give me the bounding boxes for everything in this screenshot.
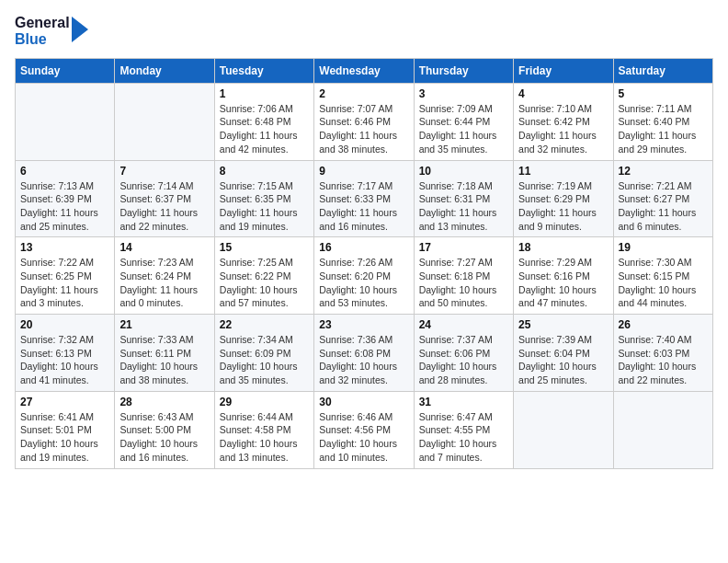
calendar-cell: 4Sunrise: 7:10 AM Sunset: 6:42 PM Daylig… [514, 83, 613, 160]
day-info: Sunrise: 7:13 AM Sunset: 6:39 PM Dayligh… [20, 179, 109, 234]
calendar-week-row: 6Sunrise: 7:13 AM Sunset: 6:39 PM Daylig… [16, 160, 713, 237]
day-info: Sunrise: 6:47 AM Sunset: 4:55 PM Dayligh… [419, 410, 508, 465]
day-info: Sunrise: 7:25 AM Sunset: 6:22 PM Dayligh… [220, 256, 309, 310]
day-number: 10 [419, 165, 508, 178]
day-info: Sunrise: 7:29 AM Sunset: 6:16 PM Dayligh… [518, 256, 608, 310]
logo: General Blue [15, 15, 88, 49]
day-number: 4 [518, 87, 608, 100]
calendar-cell [613, 391, 712, 468]
day-number: 27 [20, 396, 109, 408]
day-number: 2 [319, 87, 408, 100]
calendar-cell: 12Sunrise: 7:21 AM Sunset: 6:27 PM Dayli… [613, 160, 712, 237]
day-number: 17 [419, 241, 508, 254]
day-number: 13 [20, 241, 109, 254]
calendar-cell [16, 83, 115, 160]
day-info: Sunrise: 7:26 AM Sunset: 6:20 PM Dayligh… [319, 256, 408, 310]
calendar-cell: 30Sunrise: 6:46 AM Sunset: 4:56 PM Dayli… [314, 391, 414, 468]
calendar-cell: 22Sunrise: 7:34 AM Sunset: 6:09 PM Dayli… [214, 315, 313, 392]
calendar-cell: 17Sunrise: 7:27 AM Sunset: 6:18 PM Dayli… [414, 237, 513, 315]
day-info: Sunrise: 7:37 AM Sunset: 6:06 PM Dayligh… [419, 333, 508, 387]
calendar-week-row: 27Sunrise: 6:41 AM Sunset: 5:01 PM Dayli… [16, 391, 713, 468]
calendar-cell [514, 391, 613, 468]
day-info: Sunrise: 7:17 AM Sunset: 6:33 PM Dayligh… [319, 179, 408, 234]
day-info: Sunrise: 7:32 AM Sunset: 6:13 PM Dayligh… [20, 333, 109, 387]
calendar-cell: 21Sunrise: 7:33 AM Sunset: 6:11 PM Dayli… [115, 315, 214, 392]
weekday-header: Saturday [613, 58, 712, 83]
day-info: Sunrise: 6:41 AM Sunset: 5:01 PM Dayligh… [20, 410, 109, 465]
day-info: Sunrise: 6:43 AM Sunset: 5:00 PM Dayligh… [119, 410, 209, 465]
calendar-cell [115, 83, 214, 160]
day-number: 7 [119, 165, 209, 178]
day-info: Sunrise: 7:18 AM Sunset: 6:31 PM Dayligh… [419, 179, 508, 234]
day-number: 26 [619, 318, 708, 331]
day-info: Sunrise: 7:11 AM Sunset: 6:40 PM Dayligh… [619, 102, 708, 156]
day-info: Sunrise: 7:07 AM Sunset: 6:46 PM Dayligh… [319, 102, 408, 156]
page-header: General Blue [15, 15, 713, 49]
day-info: Sunrise: 7:19 AM Sunset: 6:29 PM Dayligh… [518, 179, 608, 234]
calendar-cell: 5Sunrise: 7:11 AM Sunset: 6:40 PM Daylig… [613, 83, 712, 160]
day-number: 23 [319, 318, 408, 331]
day-number: 8 [220, 165, 309, 178]
calendar-cell: 8Sunrise: 7:15 AM Sunset: 6:35 PM Daylig… [214, 160, 313, 237]
calendar-cell: 14Sunrise: 7:23 AM Sunset: 6:24 PM Dayli… [115, 237, 214, 315]
day-info: Sunrise: 7:10 AM Sunset: 6:42 PM Dayligh… [518, 102, 608, 156]
day-info: Sunrise: 7:27 AM Sunset: 6:18 PM Dayligh… [419, 256, 508, 310]
day-info: Sunrise: 7:34 AM Sunset: 6:09 PM Dayligh… [220, 333, 309, 387]
logo-container: General Blue [15, 15, 88, 49]
calendar-cell: 26Sunrise: 7:40 AM Sunset: 6:03 PM Dayli… [613, 315, 712, 392]
day-number: 14 [119, 241, 209, 254]
calendar-cell: 6Sunrise: 7:13 AM Sunset: 6:39 PM Daylig… [16, 160, 115, 237]
day-number: 28 [119, 396, 209, 408]
day-info: Sunrise: 6:44 AM Sunset: 4:58 PM Dayligh… [220, 410, 309, 465]
day-number: 6 [20, 165, 109, 178]
calendar-cell: 9Sunrise: 7:17 AM Sunset: 6:33 PM Daylig… [314, 160, 414, 237]
calendar-cell: 31Sunrise: 6:47 AM Sunset: 4:55 PM Dayli… [414, 391, 513, 468]
svg-marker-0 [72, 17, 88, 42]
day-number: 16 [319, 241, 408, 254]
calendar-cell: 15Sunrise: 7:25 AM Sunset: 6:22 PM Dayli… [214, 237, 313, 315]
weekday-header: Wednesday [314, 58, 414, 83]
calendar-cell: 19Sunrise: 7:30 AM Sunset: 6:15 PM Dayli… [613, 237, 712, 315]
day-number: 9 [319, 165, 408, 178]
calendar-week-row: 1Sunrise: 7:06 AM Sunset: 6:48 PM Daylig… [16, 83, 713, 160]
day-number: 24 [419, 318, 508, 331]
day-info: Sunrise: 7:09 AM Sunset: 6:44 PM Dayligh… [419, 102, 508, 156]
calendar-cell: 11Sunrise: 7:19 AM Sunset: 6:29 PM Dayli… [514, 160, 613, 237]
calendar-week-row: 13Sunrise: 7:22 AM Sunset: 6:25 PM Dayli… [16, 237, 713, 315]
calendar-cell: 23Sunrise: 7:36 AM Sunset: 6:08 PM Dayli… [314, 315, 414, 392]
day-info: Sunrise: 6:46 AM Sunset: 4:56 PM Dayligh… [319, 410, 408, 465]
calendar-cell: 18Sunrise: 7:29 AM Sunset: 6:16 PM Dayli… [514, 237, 613, 315]
weekday-header: Monday [115, 58, 214, 83]
day-number: 31 [419, 396, 508, 408]
day-number: 21 [119, 318, 209, 331]
calendar-cell: 16Sunrise: 7:26 AM Sunset: 6:20 PM Dayli… [314, 237, 414, 315]
calendar-header-row: SundayMondayTuesdayWednesdayThursdayFrid… [16, 58, 713, 83]
logo-general: General [15, 15, 70, 31]
calendar-cell: 13Sunrise: 7:22 AM Sunset: 6:25 PM Dayli… [16, 237, 115, 315]
day-number: 18 [518, 241, 608, 254]
day-number: 22 [220, 318, 309, 331]
day-info: Sunrise: 7:40 AM Sunset: 6:03 PM Dayligh… [619, 333, 708, 387]
logo-arrow-icon [72, 17, 88, 42]
calendar-cell: 20Sunrise: 7:32 AM Sunset: 6:13 PM Dayli… [16, 315, 115, 392]
weekday-header: Tuesday [214, 58, 313, 83]
weekday-header: Sunday [16, 58, 115, 83]
calendar-cell: 24Sunrise: 7:37 AM Sunset: 6:06 PM Dayli… [414, 315, 513, 392]
calendar-cell: 1Sunrise: 7:06 AM Sunset: 6:48 PM Daylig… [214, 83, 313, 160]
calendar-cell: 29Sunrise: 6:44 AM Sunset: 4:58 PM Dayli… [214, 391, 313, 468]
calendar-cell: 25Sunrise: 7:39 AM Sunset: 6:04 PM Dayli… [514, 315, 613, 392]
day-number: 3 [419, 87, 508, 100]
day-number: 5 [619, 87, 708, 100]
day-info: Sunrise: 7:30 AM Sunset: 6:15 PM Dayligh… [619, 256, 708, 310]
day-number: 20 [20, 318, 109, 331]
day-number: 29 [220, 396, 309, 408]
day-info: Sunrise: 7:14 AM Sunset: 6:37 PM Dayligh… [119, 179, 209, 234]
calendar-table: SundayMondayTuesdayWednesdayThursdayFrid… [15, 58, 713, 469]
weekday-header: Thursday [414, 58, 513, 83]
calendar-cell: 2Sunrise: 7:07 AM Sunset: 6:46 PM Daylig… [314, 83, 414, 160]
day-info: Sunrise: 7:06 AM Sunset: 6:48 PM Dayligh… [220, 102, 309, 156]
logo-blue: Blue [15, 31, 70, 48]
day-info: Sunrise: 7:33 AM Sunset: 6:11 PM Dayligh… [119, 333, 209, 387]
day-number: 30 [319, 396, 408, 408]
calendar-cell: 3Sunrise: 7:09 AM Sunset: 6:44 PM Daylig… [414, 83, 513, 160]
